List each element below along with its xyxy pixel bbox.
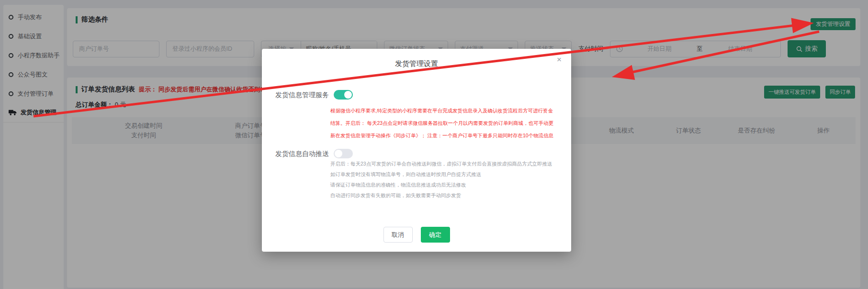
service-description: 根据微信小程序要求,特定类型的小程序需要在平台完成发货信息录入及确认收货流程后方… <box>330 104 553 142</box>
modal-title: 发货管理设置 <box>262 59 571 68</box>
confirm-button[interactable]: 确定 <box>421 227 450 243</box>
toggle-knob <box>344 91 352 99</box>
service-toggle-label: 发货信息管理服务 <box>275 91 329 100</box>
auto-push-description: 开启后：每天23点可发货的订单会自动推送到微信，虚拟订单支付后会直接按虚拟商品方… <box>330 158 552 200</box>
service-toggle[interactable] <box>334 90 353 100</box>
shipping-settings-modal: 发货管理设置 × 发货信息管理服务 根据微信小程序要求,特定类型的小程序需要在平… <box>262 49 571 252</box>
cancel-button[interactable]: 取消 <box>383 227 413 243</box>
modal-buttons: 取消 确定 <box>262 227 571 243</box>
page: 手动发布 基础设置 小程序数据助手 公众号图文 支付管理订单 发货信息管理 <box>0 0 868 289</box>
auto-push-toggle-label: 发货信息自动推送 <box>275 150 329 158</box>
auto-push-toggle[interactable] <box>334 149 353 158</box>
close-icon[interactable]: × <box>557 56 562 64</box>
toggle-knob <box>335 150 342 157</box>
